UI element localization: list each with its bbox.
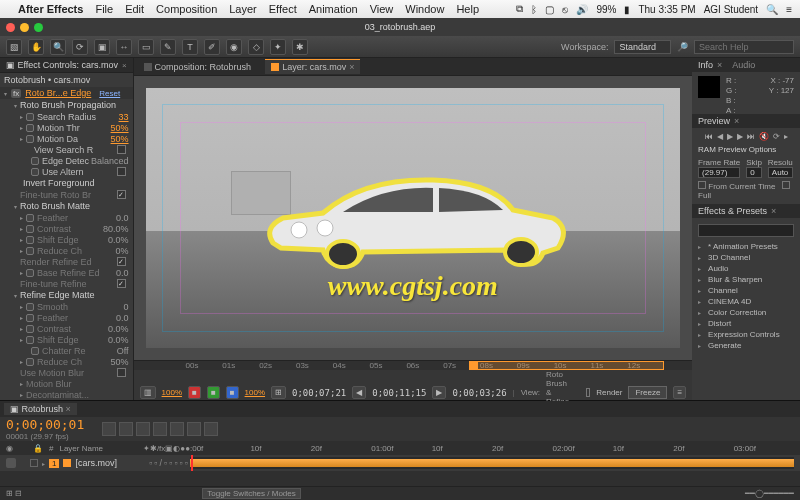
- close-icon[interactable]: ×: [349, 62, 354, 72]
- prop-base-refine[interactable]: ▸Base Refine Ed0.0: [0, 267, 133, 278]
- eraser-tool[interactable]: ◇: [248, 39, 264, 55]
- layer-row-1[interactable]: ▸ 1 [cars.mov] ▫▫/▫▫▫▫▫: [0, 455, 800, 471]
- stopwatch-icon[interactable]: [31, 347, 39, 355]
- effect-name[interactable]: Roto Br...e Edge: [25, 88, 91, 98]
- prop-decontaminate[interactable]: ▸Decontaminat...: [0, 389, 133, 400]
- checkbox[interactable]: [117, 145, 126, 154]
- ep-channel[interactable]: Channel: [698, 285, 794, 296]
- prop-motion-blur-group[interactable]: ▸Motion Blur: [0, 378, 133, 389]
- app-menu[interactable]: After Effects: [18, 3, 83, 15]
- alpha-btn[interactable]: ■: [207, 386, 220, 399]
- visibility-toggle[interactable]: [6, 458, 16, 468]
- prop-search-radius[interactable]: ▸Search Radius33: [0, 111, 133, 122]
- roto-span[interactable]: [469, 361, 664, 370]
- stopwatch-icon[interactable]: [26, 113, 34, 121]
- res-btn[interactable]: ■: [226, 386, 239, 399]
- clone-tool[interactable]: ◉: [226, 39, 242, 55]
- prop-edge-detection[interactable]: Edge DetecBalanced: [0, 155, 133, 166]
- reset-link[interactable]: Reset: [99, 89, 120, 98]
- workspace-select[interactable]: Standard: [614, 40, 671, 54]
- menu-view[interactable]: View: [370, 3, 394, 15]
- layer-duration-bar[interactable]: [190, 459, 794, 467]
- toggle-switches-modes[interactable]: Toggle Switches / Modes: [202, 488, 301, 499]
- prev-frame-btn[interactable]: ◀: [717, 132, 723, 141]
- current-tc[interactable]: 0;00;07;21: [292, 388, 346, 398]
- pen-tool[interactable]: ✎: [160, 39, 176, 55]
- stopwatch-icon[interactable]: [26, 314, 34, 322]
- timeline-tab[interactable]: ▣ Rotobrush ×: [4, 403, 77, 415]
- layer-name[interactable]: [cars.mov]: [75, 458, 117, 468]
- menu-help[interactable]: Help: [456, 3, 479, 15]
- stopwatch-icon[interactable]: [26, 135, 34, 143]
- zoom-tool[interactable]: 🔍: [50, 39, 66, 55]
- last-frame-btn[interactable]: ⏭: [747, 132, 755, 141]
- zoom-value[interactable]: 100%: [162, 388, 182, 397]
- grid-btn[interactable]: ⊞: [271, 386, 286, 399]
- in-point-btn[interactable]: ◀: [352, 386, 366, 399]
- comp-flow-btn[interactable]: [119, 422, 133, 436]
- ep-c4d[interactable]: CINEMA 4D: [698, 296, 794, 307]
- stopwatch-icon[interactable]: [26, 214, 34, 222]
- ep-generate[interactable]: Generate: [698, 340, 794, 351]
- prop-render-refine[interactable]: Render Refine Ed: [0, 256, 133, 267]
- prop-smooth[interactable]: ▸Smooth0: [0, 301, 133, 312]
- solo-toggle[interactable]: [30, 459, 38, 467]
- motion-blur-btn[interactable]: [187, 422, 201, 436]
- roto-brush-tool[interactable]: ✦: [270, 39, 286, 55]
- user-name[interactable]: AGI Student: [704, 4, 758, 15]
- effect-controls-tab[interactable]: ▣ Effect Controls: cars.mov ×: [0, 58, 133, 73]
- effects-search-input[interactable]: [698, 224, 794, 237]
- from-current-checkbox[interactable]: [698, 181, 706, 189]
- stopwatch-icon[interactable]: [26, 247, 34, 255]
- layer-viewer[interactable]: www.cgtsj.com: [146, 88, 680, 348]
- skip-select[interactable]: 0: [746, 167, 762, 178]
- checkbox[interactable]: [117, 167, 126, 176]
- prop-motion-damping[interactable]: ▸Motion Da50%: [0, 133, 133, 144]
- checkbox[interactable]: [117, 279, 126, 288]
- framerate-select[interactable]: (29.97): [698, 167, 740, 178]
- search-help-input[interactable]: [694, 40, 794, 54]
- current-time-indicator[interactable]: [469, 361, 478, 370]
- layer-track[interactable]: [190, 457, 794, 469]
- hand-tool[interactable]: ✋: [28, 39, 44, 55]
- invert-fg[interactable]: Invert Foreground: [0, 177, 133, 189]
- audio-tab[interactable]: Audio: [732, 60, 755, 70]
- stopwatch-icon[interactable]: [31, 168, 39, 176]
- camera-tool[interactable]: ▣: [94, 39, 110, 55]
- matte-group[interactable]: ▾Roto Brush Matte: [0, 200, 133, 212]
- brush-tool[interactable]: ✐: [204, 39, 220, 55]
- freeze-button[interactable]: Freeze: [628, 386, 667, 399]
- prop-reduce-ch2[interactable]: ▸Reduce Ch50%: [0, 356, 133, 367]
- menu-layer[interactable]: Layer: [229, 3, 257, 15]
- frame-blend-btn[interactable]: [170, 422, 184, 436]
- prop-feather2[interactable]: ▸Feather0.0: [0, 312, 133, 323]
- window-close[interactable]: [6, 23, 15, 32]
- close-icon[interactable]: ×: [122, 61, 127, 70]
- window-minimize[interactable]: [20, 23, 29, 32]
- fx-badge[interactable]: fx: [11, 89, 21, 98]
- ep-distort[interactable]: Distort: [698, 318, 794, 329]
- stopwatch-icon[interactable]: [26, 303, 34, 311]
- refine-matte-group[interactable]: ▾Refine Edge Matte: [0, 289, 133, 301]
- ep-blur[interactable]: Blur & Sharpen: [698, 274, 794, 285]
- effects-presets-tab[interactable]: Effects & Presets×: [692, 204, 800, 218]
- panel-menu-icon[interactable]: ≡: [673, 386, 686, 399]
- draft-3d-btn[interactable]: [136, 422, 150, 436]
- stopwatch-icon[interactable]: [26, 269, 34, 277]
- checkbox[interactable]: [117, 257, 126, 266]
- ep-audio[interactable]: Audio: [698, 263, 794, 274]
- type-tool[interactable]: T: [182, 39, 198, 55]
- window-zoom[interactable]: [34, 23, 43, 32]
- graph-editor-btn[interactable]: [204, 422, 218, 436]
- layer-switches[interactable]: ▫▫/▫▫▫▫▫: [149, 458, 190, 468]
- res-select[interactable]: Auto: [768, 167, 793, 178]
- render-checkbox[interactable]: [586, 388, 590, 397]
- channel-btn[interactable]: ■: [188, 386, 201, 399]
- prop-shift-edge[interactable]: ▸Shift Edge0.0%: [0, 234, 133, 245]
- prop-finetune-refine[interactable]: Fine-tune Refine: [0, 278, 133, 289]
- layer-tab[interactable]: Layer: cars.mov×: [265, 59, 360, 74]
- stopwatch-icon[interactable]: [26, 236, 34, 244]
- full-checkbox[interactable]: [782, 181, 790, 189]
- prop-feather[interactable]: ▸Feather0.0: [0, 212, 133, 223]
- layer-color[interactable]: [63, 459, 71, 467]
